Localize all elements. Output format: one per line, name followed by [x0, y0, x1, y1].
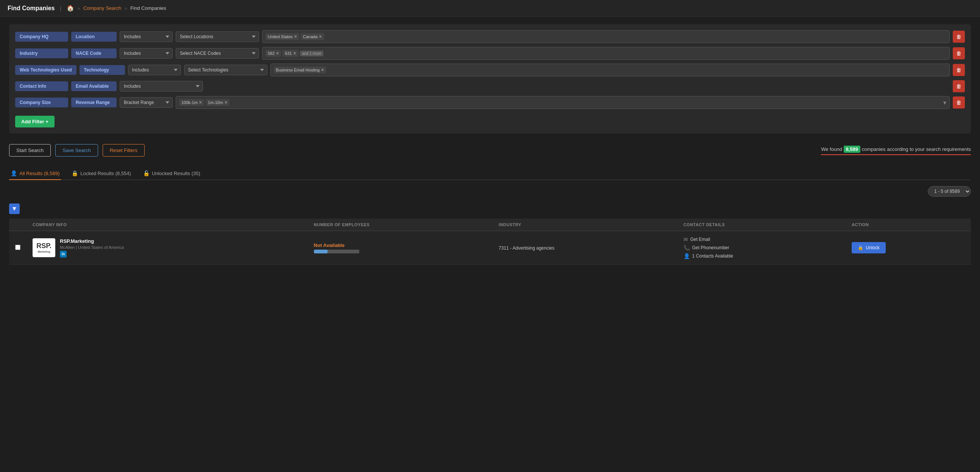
- pagination-select[interactable]: 1 - 5 of 8589: [928, 186, 971, 197]
- save-search-button[interactable]: Save Search: [55, 144, 98, 157]
- th-contacts: CONTACT DETAILS: [678, 219, 846, 231]
- filter-row-industry: Industry NACE Code Includes Excludes Sel…: [15, 47, 965, 60]
- condition-select-location[interactable]: Includes Excludes: [120, 32, 173, 42]
- employees-progress-fill: [314, 250, 328, 253]
- category-tag-company-hq: Company HQ: [15, 32, 68, 41]
- employees-progress-bar: [314, 250, 360, 253]
- category-tag-company-size: Company Size: [15, 98, 68, 108]
- delete-technology-filter[interactable]: 🗑: [953, 64, 965, 76]
- remove-us[interactable]: ×: [294, 34, 297, 40]
- add-filter-button[interactable]: Add Filter +: [15, 116, 54, 127]
- column-toggle-button[interactable]: ▼: [9, 203, 20, 214]
- unlock-lock-icon: 🔒: [858, 245, 863, 250]
- category-tag-industry: Industry: [15, 48, 68, 58]
- filter-row-technology: Web Technologies Used Technology Include…: [15, 63, 965, 76]
- filter-row-location: Company HQ Location Includes Excludes Se…: [15, 30, 965, 43]
- revenue-values-area: 100k-1m × 1m-10m × ▾: [176, 96, 950, 109]
- contacts-available-label: 1 Contacts Available: [692, 253, 733, 259]
- get-phone-action[interactable]: 📞 Get Phonenumber: [684, 245, 840, 251]
- row-checkbox-cell: [9, 231, 27, 265]
- email-icon: ✉: [684, 236, 688, 242]
- category-tag-contact-info: Contact Info: [15, 81, 68, 91]
- table-header-row: COMPANY INFO NUMBER OF EMPLOYEES INDUSTR…: [9, 219, 971, 231]
- remove-631[interactable]: ×: [293, 51, 296, 56]
- revenue-condition-select[interactable]: Bracket Range Exact Range: [120, 97, 173, 108]
- location-values-area: United States × Canada ×: [262, 30, 950, 43]
- subcategory-tag-nace: NACE Code: [71, 48, 117, 58]
- actions-row: Start Search Save Search Reset Filters W…: [9, 139, 971, 161]
- delete-industry-filter[interactable]: 🗑: [953, 47, 965, 59]
- linkedin-badge[interactable]: in: [60, 251, 67, 258]
- remove-ca[interactable]: ×: [319, 34, 322, 40]
- tab-all-label: All Results (8,589): [19, 171, 59, 176]
- tab-unlocked-results[interactable]: 🔓 Unlocked Results (35): [142, 167, 202, 180]
- subcategory-tag-location: Location: [71, 32, 117, 41]
- breadcrumb-find-companies: Find Companies: [130, 5, 166, 11]
- subcategory-tag-technology: Technology: [80, 65, 125, 75]
- employees-cell: Not Available: [308, 231, 493, 265]
- tab-all-results[interactable]: 👤 All Results (8,589): [9, 167, 61, 180]
- tab-unlocked-label: Unlocked Results (35): [152, 171, 200, 176]
- nace-tag-582: 582 ×: [266, 50, 281, 57]
- phone-icon: 📞: [684, 245, 690, 251]
- start-search-button[interactable]: Start Search: [9, 144, 51, 157]
- delete-contact-filter[interactable]: 🗑: [953, 80, 965, 92]
- filter-row-company-size: Company Size Revenue Range Bracket Range…: [15, 96, 965, 109]
- table-row: RSP. Marketing RSP.Marketing McAllen | U…: [9, 231, 971, 265]
- pagination-row: 1 - 5 of 8589: [9, 186, 971, 197]
- contacts-available[interactable]: 👤 1 Contacts Available: [684, 253, 840, 259]
- get-phone-label: Get Phonenumber: [692, 245, 729, 250]
- unlock-button[interactable]: 🔒 Unlock: [852, 242, 886, 253]
- technology-main-select[interactable]: Select Technologies: [184, 65, 267, 75]
- remove-1m[interactable]: ×: [224, 100, 227, 105]
- contact-actions: ✉ Get Email 📞 Get Phonenumber 👤 1 Contac…: [684, 236, 840, 259]
- filter-row-contact: Contact Info Email Available Includes Ex…: [15, 80, 965, 92]
- table-header-top: ▼: [9, 200, 971, 217]
- results-table: COMPANY INFO NUMBER OF EMPLOYEES INDUSTR…: [9, 219, 971, 265]
- results-tabs: 👤 All Results (8,589) 🔒 Locked Results (…: [9, 167, 971, 180]
- revenue-dropdown-icon[interactable]: ▾: [943, 99, 946, 106]
- tab-locked-results[interactable]: 🔒 Locked Results (8,554): [70, 167, 132, 180]
- header-pipe: |: [60, 5, 61, 11]
- delete-location-filter[interactable]: 🗑: [953, 31, 965, 43]
- company-info-cell: RSP. Marketing RSP.Marketing McAllen | U…: [27, 231, 308, 265]
- get-email-action[interactable]: ✉ Get Email: [684, 236, 840, 242]
- condition-select-technology[interactable]: Includes Excludes: [128, 65, 181, 75]
- page-title: Find Companies: [8, 5, 54, 12]
- get-email-label: Get Email: [690, 237, 710, 242]
- row-checkbox[interactable]: [15, 245, 21, 250]
- th-company-info: COMPANY INFO: [27, 219, 308, 231]
- revenue-tag-1m: 1m-10m ×: [205, 99, 229, 106]
- tab-locked-label: Locked Results (8,554): [80, 171, 131, 176]
- found-text-pre: We found: [821, 146, 842, 152]
- home-icon[interactable]: 🏠: [67, 5, 74, 12]
- industry-text: 7311 - Advertising agencies: [499, 246, 554, 251]
- email-condition-select[interactable]: Includes Excludes: [120, 81, 203, 92]
- condition-select-nace[interactable]: Includes Excludes: [120, 48, 173, 59]
- th-industry: INDUSTRY: [493, 219, 678, 231]
- tab-all-icon: 👤: [11, 170, 17, 176]
- top-bar: Find Companies | 🏠 » Company Search » Fi…: [0, 0, 980, 17]
- company-name: RSP.Marketing: [60, 238, 124, 244]
- location-tag-ca: Canada ×: [301, 33, 324, 40]
- results-table-container: ▼ COMPANY INFO NUMBER OF EMPLOYEES INDUS…: [9, 200, 971, 265]
- action-cell: 🔒 Unlock: [846, 231, 971, 265]
- found-text-post: companies according to your search requi…: [862, 146, 971, 152]
- subcategory-tag-email-available: Email Available: [71, 81, 117, 91]
- industry-cell: 7311 - Advertising agencies: [493, 231, 678, 265]
- breadcrumb-separator-2: »: [124, 5, 127, 11]
- location-main-select[interactable]: Select Locations: [176, 32, 259, 42]
- nace-main-select[interactable]: Select NACE Codes: [176, 48, 259, 59]
- remove-email-hosting[interactable]: ×: [321, 67, 324, 73]
- remove-100k[interactable]: ×: [199, 100, 202, 105]
- tab-locked-icon: 🔒: [72, 170, 78, 176]
- reset-filters-button[interactable]: Reset Filters: [103, 144, 145, 157]
- th-action: ACTION: [846, 219, 971, 231]
- breadcrumb-company-search[interactable]: Company Search: [83, 5, 121, 11]
- remove-582[interactable]: ×: [276, 51, 279, 56]
- main-content: Company HQ Location Includes Excludes Se…: [0, 17, 980, 272]
- category-tag-web-tech: Web Technologies Used: [15, 65, 76, 75]
- delete-company-size-filter[interactable]: 🗑: [953, 97, 965, 109]
- location-tag-us: United States ×: [266, 33, 299, 40]
- th-employees: NUMBER OF EMPLOYEES: [308, 219, 493, 231]
